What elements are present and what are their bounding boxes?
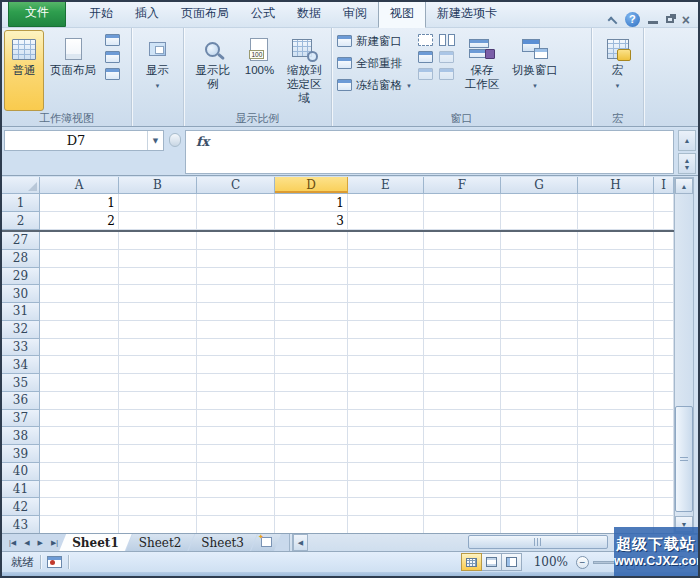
column-header-A[interactable]: A <box>40 177 119 194</box>
unhide-window-icon[interactable] <box>418 68 433 80</box>
cell-A40[interactable] <box>40 463 119 481</box>
cell-E2[interactable] <box>348 212 424 230</box>
cell-C38[interactable] <box>197 427 275 445</box>
cell-G35[interactable] <box>501 374 578 392</box>
cell-F31[interactable] <box>424 303 501 321</box>
cell-C1[interactable] <box>197 194 275 212</box>
vertical-scrollbar[interactable]: ▲ ▼ <box>674 177 694 533</box>
cell-I42[interactable] <box>654 498 674 516</box>
cell-A33[interactable] <box>40 339 119 357</box>
cell-E1[interactable] <box>348 194 424 212</box>
tab-视图[interactable]: 视图 <box>378 0 426 28</box>
cell-B41[interactable] <box>119 481 197 499</box>
new-window-button[interactable]: 新建窗口 <box>334 30 415 52</box>
cell-A34[interactable] <box>40 356 119 374</box>
cell-A32[interactable] <box>40 321 119 339</box>
cell-E38[interactable] <box>348 427 424 445</box>
cell-B33[interactable] <box>119 339 197 357</box>
split-icon[interactable] <box>418 34 433 46</box>
cell-B30[interactable] <box>119 285 197 303</box>
cell-H36[interactable] <box>578 392 654 410</box>
cell-C37[interactable] <box>197 410 275 428</box>
cell-C30[interactable] <box>197 285 275 303</box>
name-box[interactable]: D7 ▼ <box>4 130 164 151</box>
cell-D35[interactable] <box>275 374 348 392</box>
cell-B29[interactable] <box>119 268 197 286</box>
cell-E29[interactable] <box>348 268 424 286</box>
cell-C27[interactable] <box>197 232 275 250</box>
cell-G32[interactable] <box>501 321 578 339</box>
row-header-43[interactable]: 43 <box>2 516 40 533</box>
cell-I29[interactable] <box>654 268 674 286</box>
row-header-42[interactable]: 42 <box>2 498 40 516</box>
formula-bar-collapse-icon[interactable]: ▲ <box>678 130 696 151</box>
cell-I35[interactable] <box>654 374 674 392</box>
cell-G1[interactable] <box>501 194 578 212</box>
column-header-I[interactable]: I <box>654 177 674 194</box>
freeze-panes-button[interactable]: 冻结窗格 ▼ <box>334 74 415 96</box>
cell-D36[interactable] <box>275 392 348 410</box>
cell-G43[interactable] <box>501 516 578 533</box>
cell-H27[interactable] <box>578 232 654 250</box>
custom-views-icon[interactable] <box>105 51 120 63</box>
cell-H32[interactable] <box>578 321 654 339</box>
cell-E32[interactable] <box>348 321 424 339</box>
scroll-left-icon[interactable]: ◀ <box>293 534 308 551</box>
cell-B38[interactable] <box>119 427 197 445</box>
cell-A29[interactable] <box>40 268 119 286</box>
cell-I1[interactable] <box>654 194 674 212</box>
cell-H42[interactable] <box>578 498 654 516</box>
cell-I38[interactable] <box>654 427 674 445</box>
row-header-39[interactable]: 39 <box>2 445 40 463</box>
cell-A30[interactable] <box>40 285 119 303</box>
cell-G27[interactable] <box>501 232 578 250</box>
cell-G2[interactable] <box>501 212 578 230</box>
cell-B27[interactable] <box>119 232 197 250</box>
cell-H33[interactable] <box>578 339 654 357</box>
row-header-28[interactable]: 28 <box>2 250 40 268</box>
cell-F43[interactable] <box>424 516 501 533</box>
cell-D42[interactable] <box>275 498 348 516</box>
reset-window-position-icon[interactable] <box>439 68 454 80</box>
cell-F2[interactable] <box>424 212 501 230</box>
cell-C40[interactable] <box>197 463 275 481</box>
row-header-38[interactable]: 38 <box>2 427 40 445</box>
row-header-2[interactable]: 2 <box>2 212 40 230</box>
zoom-100-button[interactable]: 100 100% <box>240 30 280 111</box>
arrange-all-button[interactable]: 全部重排 <box>334 52 415 74</box>
tab-插入[interactable]: 插入 <box>124 1 170 27</box>
zoom-to-selection-button[interactable]: 缩放到 选定区域 <box>279 30 329 111</box>
cell-F36[interactable] <box>424 392 501 410</box>
row-header-37[interactable]: 37 <box>2 410 40 428</box>
cell-I27[interactable] <box>654 232 674 250</box>
cell-B36[interactable] <box>119 392 197 410</box>
restore-icon[interactable] <box>666 16 674 23</box>
cell-I30[interactable] <box>654 285 674 303</box>
cell-I36[interactable] <box>654 392 674 410</box>
cell-F40[interactable] <box>424 463 501 481</box>
column-header-H[interactable]: H <box>578 177 654 194</box>
cell-H34[interactable] <box>578 356 654 374</box>
cell-C29[interactable] <box>197 268 275 286</box>
cell-H2[interactable] <box>578 212 654 230</box>
cell-F37[interactable] <box>424 410 501 428</box>
cell-E34[interactable] <box>348 356 424 374</box>
column-header-G[interactable]: G <box>501 177 578 194</box>
cell-H31[interactable] <box>578 303 654 321</box>
cell-E30[interactable] <box>348 285 424 303</box>
cell-A36[interactable] <box>40 392 119 410</box>
row-header-29[interactable]: 29 <box>2 268 40 286</box>
cell-F30[interactable] <box>424 285 501 303</box>
record-macro-icon[interactable] <box>47 556 62 568</box>
full-screen-icon[interactable] <box>105 68 120 80</box>
cell-I33[interactable] <box>654 339 674 357</box>
cell-I34[interactable] <box>654 356 674 374</box>
help-icon[interactable]: ? <box>625 12 640 27</box>
cell-H30[interactable] <box>578 285 654 303</box>
formula-input[interactable]: fx <box>185 130 674 174</box>
status-page-break-button[interactable] <box>501 553 522 571</box>
cell-F28[interactable] <box>424 250 501 268</box>
name-box-dropdown-icon[interactable]: ▼ <box>147 131 163 150</box>
cell-G40[interactable] <box>501 463 578 481</box>
cell-I41[interactable] <box>654 481 674 499</box>
